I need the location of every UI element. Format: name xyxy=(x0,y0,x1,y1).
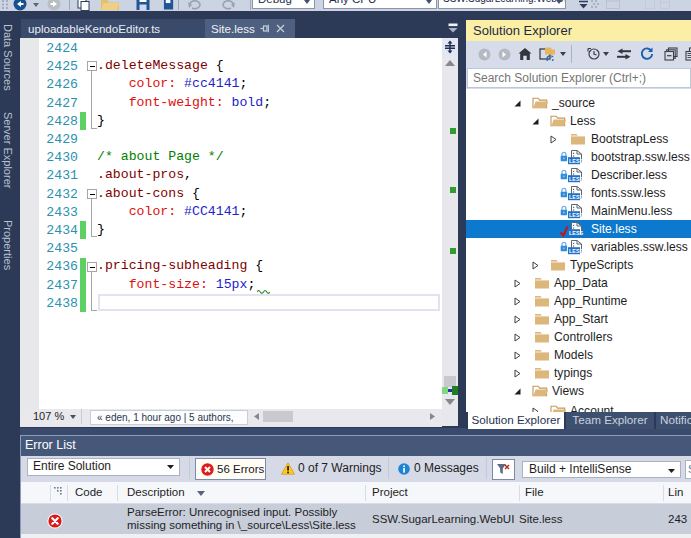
svg-text:LESS: LESS xyxy=(569,194,583,200)
svg-text:LESS: LESS xyxy=(569,212,583,218)
svg-text:LESS: LESS xyxy=(569,248,583,254)
svg-text:LESS: LESS xyxy=(569,158,583,164)
svg-text:LESS: LESS xyxy=(569,230,583,236)
svg-text:LESS: LESS xyxy=(569,176,583,182)
